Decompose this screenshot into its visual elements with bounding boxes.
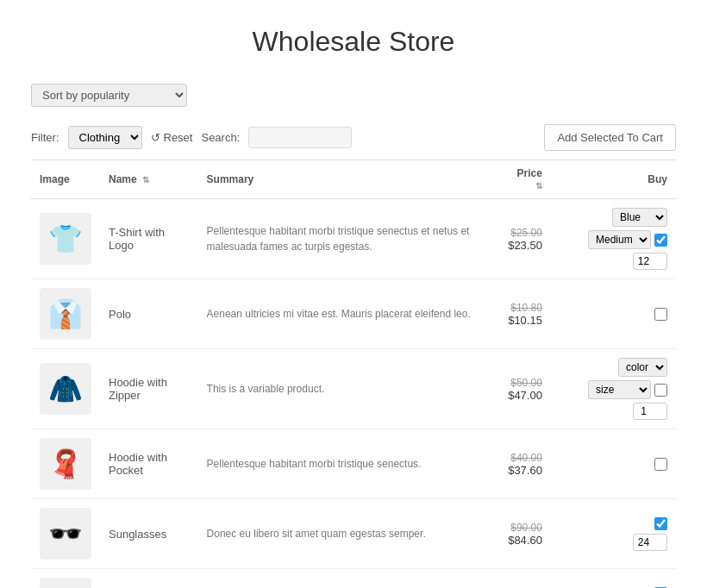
price-original: $90.00 (506, 522, 542, 534)
buy-checkbox[interactable] (654, 458, 667, 471)
product-price-cell: $25.00$23.50 (497, 199, 551, 279)
col-header-image: Image (31, 160, 100, 199)
buy-controls: colorBlueRedsizeSmallMediumLarge (560, 358, 667, 399)
product-summary-cell: Aenean ultricies mi vitae est. Mauris pl… (198, 279, 497, 349)
search-label: Search: (201, 131, 240, 144)
product-name[interactable]: T-Shirt with Logo (109, 226, 165, 252)
col-header-price[interactable]: Price (497, 160, 551, 199)
product-summary-cell: This is a simple product. (198, 569, 497, 589)
reset-label: Reset (164, 131, 193, 144)
product-emoji: 🕶️ (40, 508, 91, 560)
product-price-cell: $90.00$84.60 (497, 499, 551, 569)
buy-checkbox[interactable] (654, 234, 667, 247)
product-price-cell: $10.80$10.15 (497, 279, 551, 349)
product-summary: Pellentesque habitant morbi tristique se… (207, 225, 470, 253)
product-price-cell: $40.00$37.60 (497, 429, 551, 499)
table-row: 🕶️SunglassesDonec eu libero sit amet qua… (31, 499, 676, 569)
buy-controls (560, 458, 667, 471)
qty-row (560, 403, 667, 420)
product-name[interactable]: Hoodie with Pocket (109, 451, 167, 477)
buy-checkbox[interactable] (654, 308, 667, 321)
product-price-cell: $50.00$47.00 (497, 349, 551, 429)
filter-label: Filter: (31, 131, 59, 144)
product-emoji: 👜 (40, 578, 91, 588)
add-to-cart-top-button[interactable]: Add Selected To Cart (544, 124, 676, 151)
page-title: Wholesale Store (0, 0, 707, 75)
price-original: $25.00 (506, 227, 542, 239)
product-buy-cell (551, 569, 676, 589)
size-select[interactable]: SmallMediumLarge (588, 230, 651, 249)
price-sort-icon[interactable] (535, 179, 542, 188)
size-select[interactable]: sizeSmallMediumLarge (588, 380, 651, 399)
reset-button[interactable]: ↺ Reset (151, 131, 193, 144)
table-row: 🧥Hoodie with ZipperThis is a variable pr… (31, 349, 676, 429)
price-sale: $47.00 (506, 389, 542, 402)
qty-input[interactable] (633, 534, 667, 551)
buy-controls (560, 308, 667, 321)
table-row: 👜BeltThis is a simple product.$65.00$61.… (31, 569, 676, 589)
sort-select[interactable]: Sort by popularitySort by latestSort by … (31, 84, 187, 107)
product-price-cell: $65.00$61.10 (497, 569, 551, 589)
product-summary: Pellentesque habitant morbi tristique se… (207, 458, 422, 470)
product-name[interactable]: Polo (109, 308, 131, 321)
product-image-cell: 👔 (31, 279, 100, 349)
price-sale: $23.50 (506, 239, 542, 252)
color-select[interactable]: colorBlueRed (618, 358, 667, 377)
col-header-name[interactable]: Name (100, 160, 198, 199)
sort-bar: Sort by popularitySort by latestSort by … (0, 75, 707, 116)
product-buy-cell (551, 279, 676, 349)
product-image-cell: 🧣 (31, 429, 100, 499)
price-sale: $37.60 (506, 464, 542, 477)
name-sort-icon[interactable] (142, 173, 149, 182)
price-sale: $84.60 (506, 534, 542, 547)
price-original: $10.80 (506, 302, 542, 314)
product-image-cell: 🧥 (31, 349, 100, 429)
filter-bar: Filter: Clothing ↺ Reset Search: Add Sel… (0, 116, 707, 160)
qty-row (560, 253, 667, 270)
product-buy-cell: colorBlueRedsizeSmallMediumLarge (551, 349, 676, 429)
product-summary-cell: Pellentesque habitant morbi tristique se… (198, 199, 497, 279)
reset-icon: ↺ (151, 131, 160, 144)
product-buy-cell (551, 429, 676, 499)
price-original: $40.00 (506, 452, 542, 464)
product-name[interactable]: Sunglasses (109, 528, 166, 541)
col-header-buy: Buy (551, 160, 676, 199)
product-summary-cell: This is a variable product. (198, 349, 497, 429)
category-filter[interactable]: Clothing (68, 126, 142, 149)
product-emoji: 👔 (40, 288, 91, 340)
product-buy-cell (551, 499, 676, 569)
product-emoji: 👕 (40, 213, 91, 265)
product-image-cell: 🕶️ (31, 499, 100, 569)
product-image-cell: 👜 (31, 569, 100, 589)
qty-row (560, 534, 667, 551)
product-summary-cell: Pellentesque habitant morbi tristique se… (198, 429, 497, 499)
buy-checkbox[interactable] (654, 384, 667, 397)
search-input[interactable] (248, 127, 352, 148)
qty-input[interactable] (633, 253, 667, 270)
buy-controls (560, 517, 667, 530)
product-summary: Donec eu libero sit amet quam egestas se… (207, 528, 426, 540)
buy-controls: BlueRedGreenSmallMediumLarge (560, 208, 667, 249)
table-row: 🧣Hoodie with PocketPellentesque habitant… (31, 429, 676, 499)
table-row: 👕T-Shirt with LogoPellentesque habitant … (31, 199, 676, 279)
product-summary-cell: Donec eu libero sit amet quam egestas se… (198, 499, 497, 569)
product-name-cell: Hoodie with Zipper (100, 349, 198, 429)
product-image-cell: 👕 (31, 199, 100, 279)
product-name[interactable]: Hoodie with Zipper (109, 376, 167, 402)
table-row: 👔PoloAenean ultricies mi vitae est. Maur… (31, 279, 676, 349)
product-name-cell: Polo (100, 279, 198, 349)
product-name-cell: Sunglasses (100, 499, 198, 569)
price-sale: $10.15 (506, 314, 542, 327)
product-emoji: 🧣 (40, 438, 91, 490)
product-name-cell: Hoodie with Pocket (100, 429, 198, 499)
product-buy-cell: BlueRedGreenSmallMediumLarge (551, 199, 676, 279)
qty-input[interactable] (633, 403, 667, 420)
product-summary: This is a variable product. (207, 383, 325, 395)
col-header-summary: Summary (198, 160, 497, 199)
product-summary: Aenean ultricies mi vitae est. Mauris pl… (207, 308, 471, 320)
color-select[interactable]: BlueRedGreen (612, 208, 667, 227)
buy-checkbox[interactable] (654, 517, 667, 530)
product-name-cell: Belt (100, 569, 198, 589)
product-table: Image Name Summary Price Buy 👕T-Shirt wi… (31, 160, 676, 588)
price-original: $50.00 (506, 377, 542, 389)
